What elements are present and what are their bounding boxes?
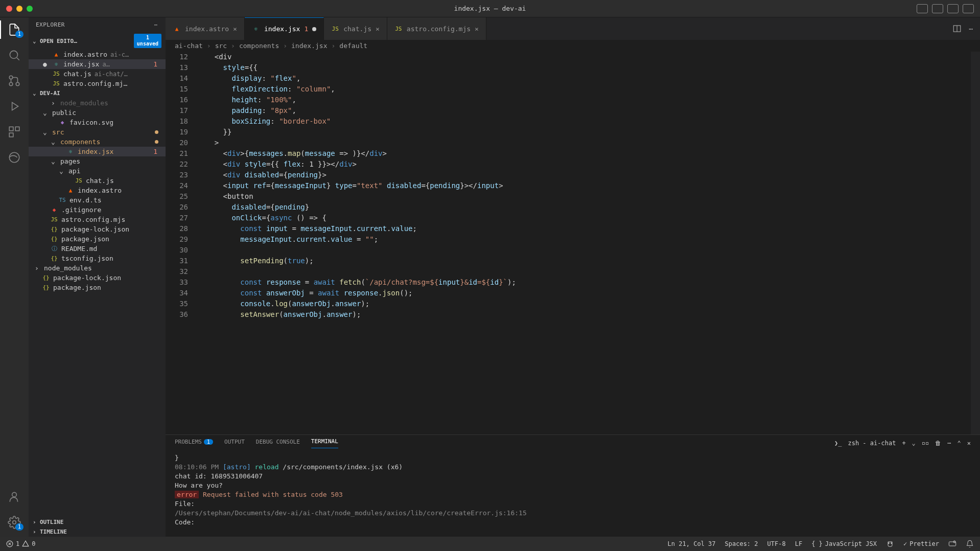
settings-icon[interactable]: 1 [7,515,21,530]
split-editor-icon[interactable] [952,24,962,33]
open-editor-item[interactable]: JSastro.config.mj… [29,79,166,88]
status-spaces[interactable]: Spaces: 2 [725,540,758,547]
settings-badge: 1 [15,523,24,531]
status-feedback-icon[interactable] [948,540,956,548]
toggle-secondary-sidebar-icon[interactable] [947,4,959,13]
source-control-icon[interactable] [7,74,21,88]
layout-controls [917,4,974,13]
open-editor-item[interactable]: ●⚛index.jsxa…1 [29,59,166,69]
svg-rect-19 [949,542,955,546]
explorer-badge: 1 [15,31,24,38]
svg-rect-7 [15,127,19,131]
file-item[interactable]: JSchat.js [29,176,166,186]
split-terminal-icon[interactable]: ▫▫ [922,440,929,447]
kill-terminal-icon[interactable]: 🗑 [935,440,941,447]
open-editor-item[interactable]: ▲index.astroai-c… [29,50,166,59]
edge-tools-icon[interactable] [7,150,21,165]
status-cursor[interactable]: Ln 21, Col 37 [668,540,716,547]
breadcrumb-item[interactable]: src [215,42,227,50]
svg-point-0 [10,51,17,58]
svg-rect-8 [9,133,13,137]
file-item[interactable]: {}tsconfig.json [29,254,166,263]
editor-area: ▲index.astro×⚛index.jsx1JSchat.js×JSastr… [166,17,980,537]
status-encoding[interactable]: UTF-8 [767,540,786,547]
file-item[interactable]: ▲index.astro [29,186,166,195]
status-copilot-icon[interactable] [886,540,894,548]
tab-output[interactable]: OUTPUT [224,439,245,448]
minimap[interactable] [971,52,980,434]
folder-item[interactable]: ⌄api [29,166,166,176]
titlebar: index.jsx — dev-ai [0,0,980,17]
project-header[interactable]: ⌄ DEV-AI [29,88,166,98]
file-item[interactable]: {}package-lock.json [29,273,166,283]
maximize-panel-icon[interactable]: ⌃ [958,440,961,447]
status-bell-icon[interactable] [966,540,974,548]
window-title: index.jsx — dev-ai [454,5,526,12]
svg-point-3 [16,82,19,86]
account-icon[interactable] [7,490,21,504]
editor-tabs: ▲index.astro×⚛index.jsx1JSchat.js×JSastr… [166,17,980,40]
folder-item[interactable]: ⌄pages [29,156,166,166]
open-editor-item[interactable]: JSchat.jsai-chat/… [29,69,166,79]
customize-layout-icon[interactable] [963,4,974,13]
svg-marker-5 [12,102,18,110]
file-item[interactable]: ◆.gitignore [29,205,166,215]
new-terminal-icon[interactable]: + [902,440,905,447]
editor-tab[interactable]: ▲index.astro× [166,17,245,40]
editor-tab[interactable]: ⚛index.jsx1 [245,17,324,40]
timeline-header[interactable]: ›TIMELINE [29,527,166,537]
folder-item[interactable]: ⌄src [29,127,166,137]
file-item[interactable]: ⚛index.jsx1 [29,147,166,156]
extensions-icon[interactable] [7,125,21,139]
maximize-icon[interactable] [27,6,33,12]
terminal-shell-icon[interactable]: ❯_ [834,440,842,447]
folder-item[interactable]: ›node_modules [29,263,166,273]
terminal-output[interactable]: }08:10:06 PM [astro] reload /src/compone… [166,451,980,537]
status-prettier[interactable]: ✓ Prettier [903,540,939,547]
toggle-panel-icon[interactable] [932,4,943,13]
close-icon[interactable] [6,6,12,12]
terminal-dropdown-icon[interactable]: ⌄ [912,440,916,447]
search-icon[interactable] [7,48,21,62]
breadcrumb-item[interactable]: components [239,42,279,50]
file-item[interactable]: {}package.json [29,283,166,292]
code-editor[interactable]: 1213141516171819202122232425262728293031… [166,52,980,434]
folder-item[interactable]: ›node_modules [29,98,166,108]
svg-point-2 [9,76,13,79]
terminal-shell-label[interactable]: zsh - ai-chat [848,440,896,447]
tab-terminal[interactable]: TERMINAL [311,438,338,448]
file-item[interactable]: JSastro.config.mjs [29,215,166,224]
more-actions-icon[interactable]: ⋯ [969,25,973,33]
breadcrumb-item[interactable]: default [339,42,367,50]
run-debug-icon[interactable] [7,99,21,113]
breadcrumbs[interactable]: ai-chat›src›components›index.jsx›default [166,40,980,52]
editor-tab[interactable]: JSastro.config.mjs× [387,17,486,40]
status-bar: 1 0 Ln 21, Col 37 Spaces: 2 UTF-8 LF { }… [0,537,980,551]
sidebar: EXPLORER ⋯ ⌄ OPEN EDITO… 1 unsaved ▲inde… [29,17,166,537]
toggle-primary-sidebar-icon[interactable] [917,4,928,13]
status-errors[interactable]: 1 0 [6,540,35,547]
file-item[interactable]: ◆favicon.svg [29,118,166,127]
status-lang[interactable]: { } JavaScript JSX [811,540,877,547]
more-icon[interactable]: ⋯ [154,21,158,28]
tab-debug-console[interactable]: DEBUG CONSOLE [256,439,300,448]
explorer-icon[interactable]: 1 [7,22,21,37]
svg-line-1 [17,58,19,60]
status-eol[interactable]: LF [795,540,802,547]
open-editors-header[interactable]: ⌄ OPEN EDITO… 1 unsaved [29,32,166,50]
outline-header[interactable]: ›OUTLINE [29,517,166,527]
file-item[interactable]: {}package-lock.json [29,224,166,234]
breadcrumb-item[interactable]: index.jsx [291,42,327,50]
minimize-icon[interactable] [16,6,22,12]
file-item[interactable]: ⓘREADME.md [29,244,166,254]
more-terminal-icon[interactable]: ⋯ [947,440,951,447]
breadcrumb-item[interactable]: ai-chat [175,42,203,50]
close-panel-icon[interactable]: ✕ [967,440,971,447]
svg-point-9 [9,152,19,163]
file-item[interactable]: {}package.json [29,234,166,244]
file-item[interactable]: TSenv.d.ts [29,195,166,205]
folder-item[interactable]: ⌄public [29,108,166,118]
tab-problems[interactable]: PROBLEMS1 [175,439,213,448]
editor-tab[interactable]: JSchat.js× [324,17,387,40]
folder-item[interactable]: ⌄components [29,137,166,147]
